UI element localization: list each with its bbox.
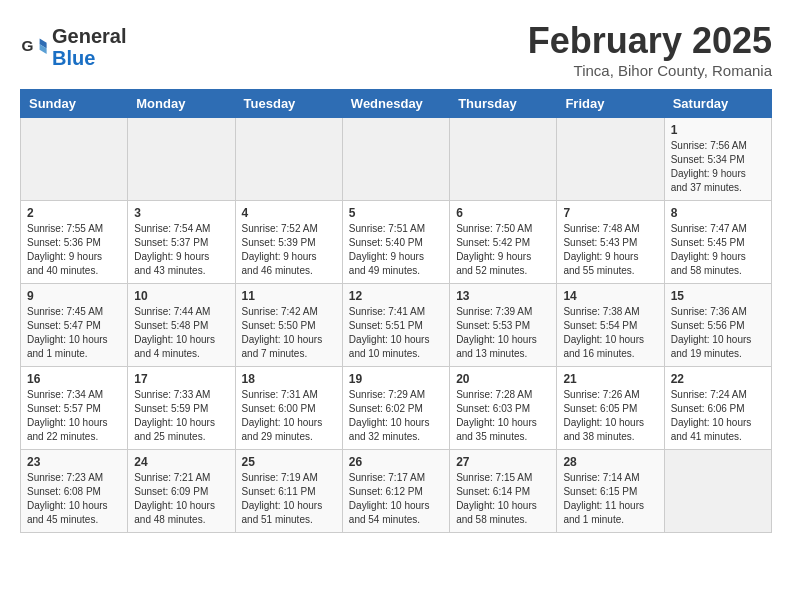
day-info: Sunrise: 7:47 AM Sunset: 5:45 PM Dayligh… xyxy=(671,222,765,278)
day-number: 1 xyxy=(671,123,765,137)
day-info: Sunrise: 7:54 AM Sunset: 5:37 PM Dayligh… xyxy=(134,222,228,278)
day-info: Sunrise: 7:51 AM Sunset: 5:40 PM Dayligh… xyxy=(349,222,443,278)
day-info: Sunrise: 7:34 AM Sunset: 5:57 PM Dayligh… xyxy=(27,388,121,444)
calendar-cell: 26Sunrise: 7:17 AM Sunset: 6:12 PM Dayli… xyxy=(342,450,449,533)
day-info: Sunrise: 7:52 AM Sunset: 5:39 PM Dayligh… xyxy=(242,222,336,278)
calendar-cell: 8Sunrise: 7:47 AM Sunset: 5:45 PM Daylig… xyxy=(664,201,771,284)
day-number: 16 xyxy=(27,372,121,386)
logo: G GeneralBlue xyxy=(20,25,126,69)
day-info: Sunrise: 7:23 AM Sunset: 6:08 PM Dayligh… xyxy=(27,471,121,527)
title-block: February 2025 Tinca, Bihor County, Roman… xyxy=(528,20,772,79)
calendar-cell: 25Sunrise: 7:19 AM Sunset: 6:11 PM Dayli… xyxy=(235,450,342,533)
header-friday: Friday xyxy=(557,90,664,118)
day-info: Sunrise: 7:39 AM Sunset: 5:53 PM Dayligh… xyxy=(456,305,550,361)
header-monday: Monday xyxy=(128,90,235,118)
day-number: 18 xyxy=(242,372,336,386)
day-info: Sunrise: 7:14 AM Sunset: 6:15 PM Dayligh… xyxy=(563,471,657,527)
day-number: 7 xyxy=(563,206,657,220)
calendar-cell: 11Sunrise: 7:42 AM Sunset: 5:50 PM Dayli… xyxy=(235,284,342,367)
header-thursday: Thursday xyxy=(450,90,557,118)
calendar-title: February 2025 xyxy=(528,20,772,62)
header-sunday: Sunday xyxy=(21,90,128,118)
calendar-cell: 6Sunrise: 7:50 AM Sunset: 5:42 PM Daylig… xyxy=(450,201,557,284)
day-info: Sunrise: 7:42 AM Sunset: 5:50 PM Dayligh… xyxy=(242,305,336,361)
calendar-cell: 4Sunrise: 7:52 AM Sunset: 5:39 PM Daylig… xyxy=(235,201,342,284)
header: G GeneralBlue February 2025 Tinca, Bihor… xyxy=(20,20,772,79)
calendar-cell: 18Sunrise: 7:31 AM Sunset: 6:00 PM Dayli… xyxy=(235,367,342,450)
svg-text:G: G xyxy=(21,37,33,54)
day-info: Sunrise: 7:29 AM Sunset: 6:02 PM Dayligh… xyxy=(349,388,443,444)
day-info: Sunrise: 7:21 AM Sunset: 6:09 PM Dayligh… xyxy=(134,471,228,527)
calendar-cell xyxy=(21,118,128,201)
day-info: Sunrise: 7:56 AM Sunset: 5:34 PM Dayligh… xyxy=(671,139,765,195)
calendar-cell: 13Sunrise: 7:39 AM Sunset: 5:53 PM Dayli… xyxy=(450,284,557,367)
days-header-row: Sunday Monday Tuesday Wednesday Thursday… xyxy=(21,90,772,118)
day-info: Sunrise: 7:33 AM Sunset: 5:59 PM Dayligh… xyxy=(134,388,228,444)
day-number: 6 xyxy=(456,206,550,220)
calendar-subtitle: Tinca, Bihor County, Romania xyxy=(528,62,772,79)
day-info: Sunrise: 7:28 AM Sunset: 6:03 PM Dayligh… xyxy=(456,388,550,444)
calendar-cell: 20Sunrise: 7:28 AM Sunset: 6:03 PM Dayli… xyxy=(450,367,557,450)
calendar-cell: 23Sunrise: 7:23 AM Sunset: 6:08 PM Dayli… xyxy=(21,450,128,533)
calendar-cell xyxy=(664,450,771,533)
day-number: 17 xyxy=(134,372,228,386)
day-number: 21 xyxy=(563,372,657,386)
calendar-week-row: 1Sunrise: 7:56 AM Sunset: 5:34 PM Daylig… xyxy=(21,118,772,201)
day-number: 15 xyxy=(671,289,765,303)
calendar-week-row: 16Sunrise: 7:34 AM Sunset: 5:57 PM Dayli… xyxy=(21,367,772,450)
calendar-cell xyxy=(342,118,449,201)
calendar-week-row: 23Sunrise: 7:23 AM Sunset: 6:08 PM Dayli… xyxy=(21,450,772,533)
calendar-cell: 14Sunrise: 7:38 AM Sunset: 5:54 PM Dayli… xyxy=(557,284,664,367)
day-number: 24 xyxy=(134,455,228,469)
day-info: Sunrise: 7:36 AM Sunset: 5:56 PM Dayligh… xyxy=(671,305,765,361)
calendar-cell: 5Sunrise: 7:51 AM Sunset: 5:40 PM Daylig… xyxy=(342,201,449,284)
day-number: 11 xyxy=(242,289,336,303)
logo-icon: G xyxy=(20,33,48,61)
calendar-cell: 19Sunrise: 7:29 AM Sunset: 6:02 PM Dayli… xyxy=(342,367,449,450)
day-info: Sunrise: 7:38 AM Sunset: 5:54 PM Dayligh… xyxy=(563,305,657,361)
calendar-cell: 3Sunrise: 7:54 AM Sunset: 5:37 PM Daylig… xyxy=(128,201,235,284)
calendar-cell: 27Sunrise: 7:15 AM Sunset: 6:14 PM Dayli… xyxy=(450,450,557,533)
day-info: Sunrise: 7:19 AM Sunset: 6:11 PM Dayligh… xyxy=(242,471,336,527)
calendar-cell: 1Sunrise: 7:56 AM Sunset: 5:34 PM Daylig… xyxy=(664,118,771,201)
calendar-cell xyxy=(450,118,557,201)
day-number: 2 xyxy=(27,206,121,220)
header-wednesday: Wednesday xyxy=(342,90,449,118)
day-info: Sunrise: 7:31 AM Sunset: 6:00 PM Dayligh… xyxy=(242,388,336,444)
day-number: 3 xyxy=(134,206,228,220)
day-number: 26 xyxy=(349,455,443,469)
day-info: Sunrise: 7:26 AM Sunset: 6:05 PM Dayligh… xyxy=(563,388,657,444)
day-number: 10 xyxy=(134,289,228,303)
day-number: 9 xyxy=(27,289,121,303)
day-info: Sunrise: 7:41 AM Sunset: 5:51 PM Dayligh… xyxy=(349,305,443,361)
day-info: Sunrise: 7:55 AM Sunset: 5:36 PM Dayligh… xyxy=(27,222,121,278)
day-number: 22 xyxy=(671,372,765,386)
day-number: 5 xyxy=(349,206,443,220)
day-info: Sunrise: 7:45 AM Sunset: 5:47 PM Dayligh… xyxy=(27,305,121,361)
day-number: 14 xyxy=(563,289,657,303)
calendar-cell: 10Sunrise: 7:44 AM Sunset: 5:48 PM Dayli… xyxy=(128,284,235,367)
calendar-week-row: 2Sunrise: 7:55 AM Sunset: 5:36 PM Daylig… xyxy=(21,201,772,284)
calendar-cell: 2Sunrise: 7:55 AM Sunset: 5:36 PM Daylig… xyxy=(21,201,128,284)
calendar-cell: 15Sunrise: 7:36 AM Sunset: 5:56 PM Dayli… xyxy=(664,284,771,367)
calendar-week-row: 9Sunrise: 7:45 AM Sunset: 5:47 PM Daylig… xyxy=(21,284,772,367)
calendar-cell: 7Sunrise: 7:48 AM Sunset: 5:43 PM Daylig… xyxy=(557,201,664,284)
day-number: 12 xyxy=(349,289,443,303)
calendar-cell xyxy=(235,118,342,201)
day-info: Sunrise: 7:24 AM Sunset: 6:06 PM Dayligh… xyxy=(671,388,765,444)
calendar-cell: 21Sunrise: 7:26 AM Sunset: 6:05 PM Dayli… xyxy=(557,367,664,450)
calendar-cell: 16Sunrise: 7:34 AM Sunset: 5:57 PM Dayli… xyxy=(21,367,128,450)
day-number: 13 xyxy=(456,289,550,303)
day-info: Sunrise: 7:50 AM Sunset: 5:42 PM Dayligh… xyxy=(456,222,550,278)
calendar-cell: 17Sunrise: 7:33 AM Sunset: 5:59 PM Dayli… xyxy=(128,367,235,450)
day-number: 25 xyxy=(242,455,336,469)
day-number: 19 xyxy=(349,372,443,386)
header-saturday: Saturday xyxy=(664,90,771,118)
day-info: Sunrise: 7:17 AM Sunset: 6:12 PM Dayligh… xyxy=(349,471,443,527)
day-number: 23 xyxy=(27,455,121,469)
calendar-cell: 9Sunrise: 7:45 AM Sunset: 5:47 PM Daylig… xyxy=(21,284,128,367)
calendar-cell: 28Sunrise: 7:14 AM Sunset: 6:15 PM Dayli… xyxy=(557,450,664,533)
logo-text: GeneralBlue xyxy=(52,25,126,69)
day-number: 8 xyxy=(671,206,765,220)
calendar-cell: 22Sunrise: 7:24 AM Sunset: 6:06 PM Dayli… xyxy=(664,367,771,450)
